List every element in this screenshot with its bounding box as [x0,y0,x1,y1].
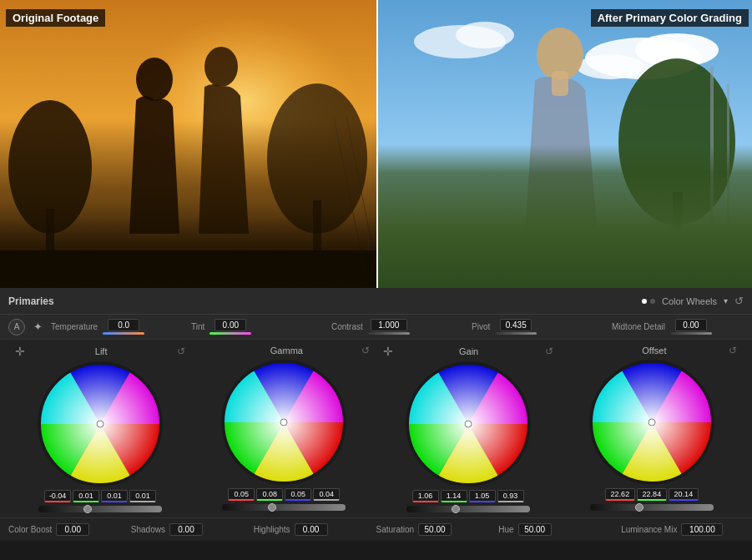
svg-point-30 [97,421,103,427]
tint-param: Tint [191,319,323,335]
shadows-input[interactable] [169,523,203,536]
offset-wheel-svg [589,360,714,485]
color-wheels-dropdown[interactable]: Color Wheels [662,296,717,306]
gain-slider[interactable] [406,506,530,512]
lift-section: ✛ Lift ↺ [8,345,192,512]
svg-rect-20 [710,67,714,234]
gamma-luma-value[interactable] [313,488,340,501]
contrast-param: Contrast [331,319,463,335]
svg-rect-3 [46,209,54,288]
lift-blue-value[interactable] [101,490,128,502]
gain-reset-icon[interactable]: ↺ [545,346,553,357]
offset-green-value[interactable] [637,488,667,501]
lift-values [44,490,156,502]
highlights-label: Highlights [254,525,290,534]
temperature-input[interactable] [108,319,139,331]
gain-title: Gain [393,346,545,356]
tint-label: Tint [191,322,204,331]
midtone-input[interactable] [675,319,707,331]
saturation-param: Saturation [376,523,498,536]
contrast-input[interactable] [371,319,407,331]
svg-rect-25 [376,250,752,288]
panel-header: Primaries Color Wheels ▾ ↺ [0,288,752,315]
offset-wheel[interactable] [589,360,714,485]
gain-luma-value[interactable] [497,490,524,502]
tint-input[interactable] [214,319,246,331]
gamma-title: Gamma [212,346,361,356]
svg-point-4 [267,83,367,234]
gain-blue-value[interactable] [469,490,496,502]
luminance-mix-param: Luminance Mix [621,523,744,536]
svg-point-18 [618,58,735,225]
midtone-param: Midtone Detail [612,319,744,335]
pivot-param: Pivot [472,319,603,335]
toolbar-row: A ✦ Temperature Tint Contrast Pivot [0,315,752,340]
panel-reset-icon[interactable]: ↺ [734,295,744,307]
luminance-mix-label: Luminance Mix [621,525,677,534]
wand-icon[interactable]: ✦ [33,320,43,333]
midtone-bar [670,332,712,335]
page-dots [642,299,655,304]
offset-blue-value[interactable] [669,488,699,501]
comparison-divider [376,0,378,288]
lift-slider-thumb [83,505,92,513]
video-comparison: Original Footage [0,0,752,288]
offset-red-value[interactable] [605,488,635,501]
lift-add-icon[interactable]: ✛ [15,345,25,358]
video-right-panel: After Primary Color Grading [376,0,752,288]
label-original: Original Footage [6,9,105,27]
svg-point-17 [456,22,514,48]
midtone-label: Midtone Detail [612,322,665,331]
gamma-slider-thumb [268,503,276,512]
color-grading-panel: Primaries Color Wheels ▾ ↺ A ✦ Temperatu… [0,288,752,541]
panel-title: Primaries [8,295,54,307]
gamma-green-value[interactable] [256,488,283,501]
gain-wheel[interactable] [406,361,531,487]
offset-reset-icon[interactable]: ↺ [729,345,737,356]
gain-add-icon[interactable]: ✛ [383,345,393,358]
wheels-area: ✛ Lift ↺ [0,340,752,517]
hue-label: Hue [498,525,513,534]
luminance-mix-input[interactable] [681,523,723,536]
svg-point-2 [8,100,92,234]
saturation-input[interactable] [418,523,452,536]
lift-reset-icon[interactable]: ↺ [177,346,185,357]
gamma-blue-value[interactable] [285,488,311,501]
hue-input[interactable] [518,523,552,536]
svg-point-34 [280,419,287,426]
svg-line-10 [334,117,367,284]
chevron-down-icon[interactable]: ▾ [724,296,728,305]
gamma-wheel[interactable] [221,360,346,485]
shadows-param: Shadows [131,523,254,536]
tint-bar [209,332,251,335]
gain-red-value[interactable] [412,490,439,502]
color-boost-param: Color Boost [8,523,131,536]
pivot-bar [495,332,537,335]
lift-luma-value[interactable] [129,490,156,502]
gamma-slider[interactable] [222,504,346,511]
auto-button[interactable]: A [8,319,25,335]
svg-rect-9 [0,250,376,288]
pivot-label: Pivot [472,322,490,331]
gamma-red-value[interactable] [228,488,255,501]
gamma-reset-icon[interactable]: ↺ [361,345,370,356]
gain-green-value[interactable] [441,490,467,502]
lift-slider[interactable] [38,506,162,512]
lift-red-value[interactable] [44,490,71,502]
offset-slider-thumb [635,503,643,512]
offset-slider[interactable] [590,504,714,511]
lift-title: Lift [25,346,177,356]
pivot-input[interactable] [500,319,532,331]
lift-wheel[interactable] [38,361,163,487]
graded-scene [376,0,752,288]
gain-slider-thumb [452,505,460,513]
svg-point-15 [577,54,643,79]
color-boost-input[interactable] [56,523,89,536]
highlights-input[interactable] [295,523,328,536]
lift-wheel-svg [38,361,163,487]
gamma-values [228,488,340,501]
bottom-params: Color Boost Shadows Highlights Saturatio… [0,517,752,541]
svg-point-38 [465,421,472,427]
gamma-wheel-svg [221,360,346,485]
lift-green-value[interactable] [73,490,99,502]
